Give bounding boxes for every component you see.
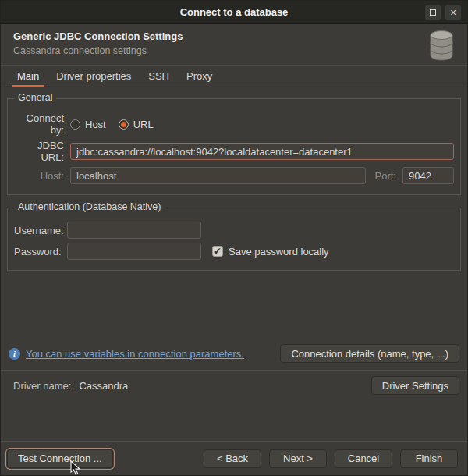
save-password-checkbox[interactable]: ✓ Save password locally <box>212 246 329 258</box>
page-subtitle: Cassandra connection settings <box>13 45 455 56</box>
checkbox-checked-icon: ✓ <box>212 246 223 257</box>
jdbc-url-input[interactable] <box>70 143 454 160</box>
general-group-label: General <box>14 92 56 103</box>
jdbc-url-label: JDBC URL: <box>14 140 64 163</box>
connect-by-label: Connect by: <box>14 112 64 136</box>
cancel-button[interactable]: Cancel <box>335 449 392 468</box>
driver-row: Driver name: Cassandra Driver Settings <box>1 374 467 397</box>
driver-settings-button[interactable]: Driver Settings <box>371 376 459 395</box>
save-password-label: Save password locally <box>229 246 329 258</box>
titlebar[interactable]: Connect to a database × <box>1 1 467 24</box>
radio-url-label: URL <box>133 119 154 130</box>
radio-url-icon <box>119 119 129 130</box>
radio-host-icon <box>70 119 80 130</box>
driver-separator <box>1 370 467 371</box>
host-port-row: Host: Port: <box>14 167 454 184</box>
host-input[interactable] <box>70 167 366 184</box>
driver-name-label: Driver name: <box>13 380 71 392</box>
page-title: Generic JDBC Connection Settings <box>13 30 455 42</box>
close-window-button[interactable]: × <box>445 5 461 20</box>
variables-link[interactable]: You can use variables in connection para… <box>26 348 244 360</box>
host-label: Host: <box>14 170 64 182</box>
bottom-spacer <box>1 397 467 441</box>
info-icon: i <box>9 348 20 360</box>
close-window-icon: × <box>450 7 456 18</box>
tab-proxy[interactable]: Proxy <box>178 66 221 87</box>
main-tab-content: General Connect by: Host URL JDBC URL: H… <box>1 87 467 441</box>
tab-driver-properties[interactable]: Driver properties <box>48 66 140 87</box>
restore-window-button[interactable] <box>425 5 441 20</box>
username-row: Username: <box>14 222 454 239</box>
tab-bar: Main Driver properties SSH Proxy <box>1 66 467 87</box>
password-label: Password: <box>14 246 59 258</box>
username-label: Username: <box>14 225 59 236</box>
radio-host-label: Host <box>85 119 106 130</box>
connection-details-button[interactable]: Connection details (name, type, ...) <box>280 344 459 363</box>
back-button[interactable]: < Back <box>204 449 261 468</box>
connect-by-row: Connect by: Host URL <box>14 112 454 136</box>
connect-database-dialog: Connect to a database × Generic JDBC Con… <box>0 0 468 476</box>
window-title: Connect to a database <box>180 6 289 18</box>
radio-host[interactable]: Host <box>70 119 106 130</box>
password-input[interactable] <box>67 243 201 260</box>
wizard-buttons: < Back Next > Cancel Finish <box>204 449 458 468</box>
tab-main[interactable]: Main <box>9 66 48 87</box>
port-label: Port: <box>375 170 396 182</box>
driver-name-value: Cassandra <box>79 380 128 392</box>
dialog-header: Generic JDBC Connection Settings Cassand… <box>1 24 467 66</box>
radio-url[interactable]: URL <box>119 119 154 130</box>
variables-row: i You can use variables in connection pa… <box>1 342 467 365</box>
username-input[interactable] <box>67 222 201 239</box>
port-input[interactable] <box>402 167 454 184</box>
authentication-group: Authentication (Database Native) Usernam… <box>7 208 461 271</box>
dialog-button-bar: Test Connection ... < Back Next > Cancel… <box>1 441 467 475</box>
finish-button[interactable]: Finish <box>400 449 458 468</box>
authentication-group-label: Authentication (Database Native) <box>14 201 165 212</box>
password-row: Password: ✓ Save password locally <box>14 243 454 260</box>
restore-window-icon <box>430 9 436 16</box>
next-button[interactable]: Next > <box>269 449 327 468</box>
jdbc-url-row: JDBC URL: <box>14 140 454 163</box>
general-group: General Connect by: Host URL JDBC URL: H… <box>7 98 461 195</box>
test-connection-button[interactable]: Test Connection ... <box>7 449 113 468</box>
content-spacer <box>1 272 467 342</box>
tab-ssh[interactable]: SSH <box>140 66 178 87</box>
database-icon <box>428 29 455 64</box>
